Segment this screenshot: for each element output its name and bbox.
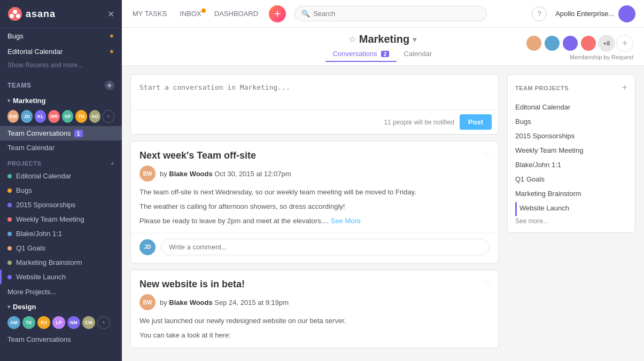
member-avatars: +8 + (525, 35, 633, 52)
main-content: MY TASKS INBOX DASHBOARD + 🔍 ? Apollo En… (122, 0, 644, 361)
avatar: AM (7, 316, 20, 329)
sidebar-project-weekly-team-meeting[interactable]: Weekly Team Meeting (0, 212, 122, 226)
card-header-2: New website is in beta! ♡ (131, 270, 498, 294)
team-conversations-label: Team Conversations (7, 129, 71, 137)
sidebar-project-blake-john[interactable]: Blake/John 1:1 (0, 226, 122, 241)
tab-calendar[interactable]: Calendar (397, 45, 440, 62)
avatar: JD (21, 110, 32, 123)
comment-input-1[interactable] (161, 239, 490, 255)
avatar: CW (82, 316, 95, 329)
compose-input[interactable] (131, 75, 498, 108)
search-bar[interactable]: 🔍 (294, 6, 487, 21)
team-conversations-badge: 1 (74, 130, 83, 137)
conversation-title-2[interactable]: New website is in beta! (139, 279, 245, 290)
panel-project-blake-john[interactable]: Blake/John 1:1 (515, 158, 627, 172)
card-body-2: We just launched our newly redesigned we… (131, 316, 498, 348)
panel-project-2015-sponsorships[interactable]: 2015 Sponsorships (515, 129, 627, 143)
card-meta-1: BW by Blake Woods Oct 30, 2015 at 12:07p… (131, 166, 498, 187)
panel-project-editorial-calendar[interactable]: Editorial Calendar (515, 100, 627, 114)
panel-project-marketing-brainstorm[interactable]: Marketing Brainstorm (515, 186, 627, 201)
marketing-team-header[interactable]: Marketing (0, 93, 122, 108)
asana-logo[interactable]: asana (7, 6, 56, 21)
add-team-member-button[interactable]: + (103, 110, 114, 123)
card-comment-1: JD (131, 233, 498, 263)
sidebar-more-projects[interactable]: More Projects... (0, 284, 122, 300)
user-section[interactable]: Apollo Enterprise... (555, 5, 635, 22)
panel-header: TEAM PROJECTS + (515, 82, 627, 93)
avatar: BW (7, 110, 19, 123)
sidebar-item-team-calendar[interactable]: Team Calendar (0, 140, 122, 155)
page-title-center: ☆ Marketing ▾ Conversations 2 Calendar (239, 33, 525, 62)
panel-project-q1-goals[interactable]: Q1 Goals (515, 172, 627, 186)
compose-box: 11 people will be notified Post (130, 74, 499, 135)
notify-text: 11 people will be notified (384, 119, 454, 126)
my-tasks-link[interactable]: MY TASKS (130, 10, 169, 18)
add-task-button[interactable]: + (269, 5, 286, 22)
top-nav: MY TASKS INBOX DASHBOARD + 🔍 ? Apollo En… (122, 0, 644, 28)
tab-conversations[interactable]: Conversations 2 (325, 45, 397, 62)
sidebar-close-button[interactable]: ✕ (107, 9, 114, 19)
sidebar-item-team-conversations[interactable]: Team Conversations 1 (0, 126, 122, 140)
title-dropdown-icon[interactable]: ▾ (413, 35, 416, 44)
panel-project-website-launch[interactable]: Website Launch (515, 201, 627, 215)
sidebar-project-editorial-calendar[interactable]: Editorial Calendar (0, 169, 122, 183)
like-button-1[interactable]: ♡ (482, 150, 490, 160)
avatar: MR (48, 110, 59, 123)
sidebar-item-design-team-conversations[interactable]: Team Conversations (0, 332, 122, 347)
projects-label: PROJECTS (7, 160, 41, 167)
post-button[interactable]: Post (460, 114, 492, 130)
add-design-member-button[interactable]: + (97, 316, 110, 329)
dashboard-link[interactable]: DASHBOARD (212, 10, 260, 18)
favorite-star-icon[interactable]: ☆ (348, 34, 356, 44)
like-button-2[interactable]: ♡ (482, 279, 490, 289)
panel-project-bugs[interactable]: Bugs (515, 114, 627, 129)
sidebar-item-bugs[interactable]: Bugs ★ (0, 28, 122, 44)
add-project-button[interactable]: + (111, 160, 114, 167)
avatar: NM (67, 316, 80, 329)
membership-label: Membership by Request (570, 54, 633, 60)
team-calendar-label: Team Calendar (7, 144, 55, 152)
member-avatar (544, 35, 561, 52)
add-project-panel-button[interactable]: + (622, 82, 627, 93)
add-member-button[interactable]: + (616, 35, 633, 52)
projects-header: PROJECTS + (0, 155, 122, 169)
svg-point-2 (10, 14, 14, 18)
avatar: LP (52, 316, 65, 329)
active-project-bar (515, 202, 517, 216)
page-tabs: Conversations 2 Calendar (325, 45, 440, 62)
sidebar-project-marketing-brainstorm[interactable]: Marketing Brainstorm (0, 255, 122, 270)
help-button[interactable]: ? (532, 6, 547, 21)
sidebar-project-website-launch[interactable]: Website Launch (0, 270, 122, 284)
sidebar-project-q1-goals[interactable]: Q1 Goals (0, 241, 122, 255)
search-icon: 🔍 (301, 10, 310, 18)
svg-point-3 (16, 14, 20, 18)
avatar: TN (75, 110, 87, 123)
see-more-link-1[interactable]: See More (331, 217, 361, 225)
page-header: ☆ Marketing ▾ Conversations 2 Calendar (122, 28, 644, 66)
project-color-dot (7, 232, 12, 236)
panel-title: TEAM PROJECTS (515, 85, 569, 91)
member-avatar (562, 35, 579, 52)
author-avatar-1: BW (139, 166, 156, 182)
avatar: KL (35, 110, 46, 123)
search-input[interactable] (313, 10, 480, 18)
panel-project-weekly-team-meeting[interactable]: Weekly Team Meeting (515, 143, 627, 158)
panel-see-more-link[interactable]: See more... (515, 217, 627, 225)
add-team-button[interactable]: + (105, 81, 114, 90)
sidebar-project-bugs[interactable]: Bugs (0, 183, 122, 198)
conversation-title-1[interactable]: Next week's Team off-site (139, 150, 256, 161)
card-body-1: The team off-site is next Wednesday, so … (131, 187, 498, 233)
more-projects-label: More Projects... (7, 288, 56, 296)
user-name: Apollo Enterprise... (555, 10, 614, 18)
show-recents-link[interactable]: Show Recents and more... (0, 59, 122, 74)
design-team-header[interactable]: Design (0, 300, 122, 314)
sidebar-item-editorial-calendar[interactable]: Editorial Calendar ★ (0, 44, 122, 59)
avatar: AO (89, 110, 100, 123)
svg-point-1 (13, 10, 17, 14)
conversation-card-1: Next week's Team off-site ♡ BW by Blake … (130, 141, 499, 263)
star-icon-editorial: ★ (109, 48, 114, 55)
avatar: RJ (37, 316, 50, 329)
membership-section: +8 + Membership by Request (525, 35, 633, 60)
inbox-link[interactable]: INBOX (177, 10, 203, 18)
sidebar-project-2015-sponsorships[interactable]: 2015 Sponsorships (0, 198, 122, 212)
